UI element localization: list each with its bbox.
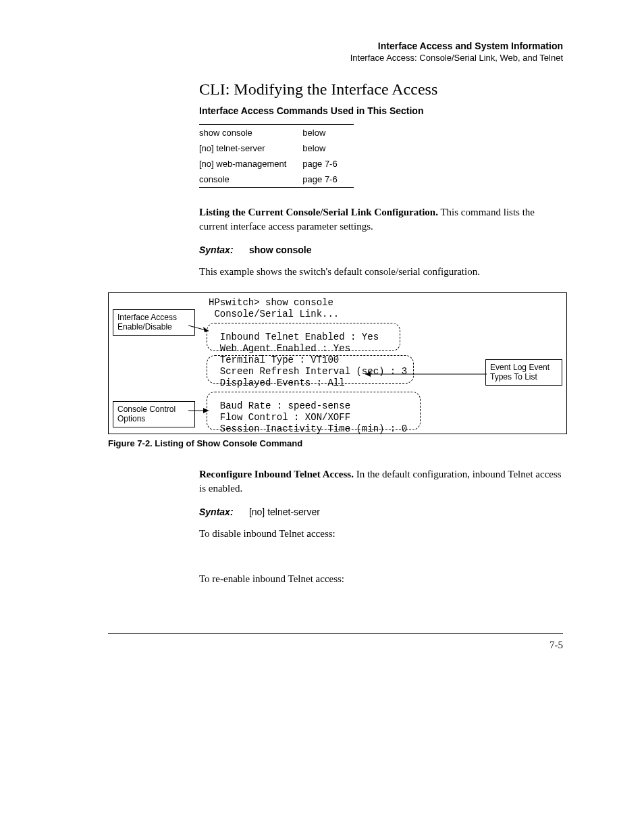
page-header: Interface Access and System Information … [108,41,563,63]
page-content: Interface Access and System Information … [0,0,644,692]
console-line: Inbound Telnet Enabled : Yes [209,332,379,342]
console-line: HPswitch> show console [209,297,333,308]
ref-cell: below [302,140,353,156]
command-table: show console below [no] telnet-server be… [199,124,354,188]
page-number: 7-5 [108,640,563,651]
table-row: show console below [199,125,354,141]
cmd-cell: [no] web-management [199,156,302,172]
ref-cell: page 7-6 [302,156,353,172]
console-line: Console/Serial Link... [209,309,339,319]
callout-interface-access: Interface Access Enable/Disable [113,309,195,336]
ref-cell: page 7-6 [302,172,353,188]
paragraph: To disable inbound Telnet access: [199,527,563,541]
table-row: [no] web-management page 7-6 [199,156,354,172]
cmd-cell: [no] telnet-server [199,140,302,156]
console-line: Web Agent Enabled : Yes [209,343,350,354]
syntax-line: Syntax: show console [199,244,563,255]
figure-caption: Figure 7-2. Listing of Show Console Comm… [108,438,563,448]
header-subtitle: Interface Access: Console/Serial Link, W… [108,53,563,63]
console-line: Terminal Type : VT100 [209,355,339,365]
para-lead: Listing the Current Console/Serial Link … [199,207,438,217]
syntax-cmd: show console [249,244,312,255]
syntax-label: Syntax: [199,506,246,517]
console-output: HPswitch> show console Console/Serial Li… [209,297,407,435]
ref-cell: below [302,125,353,141]
subsection-title: Interface Access Commands Used in This S… [108,105,563,116]
callout-console-control: Console Control Options [113,401,195,427]
console-line: Displayed Events : All [209,377,345,388]
syntax-line: Syntax: [no] telnet-server [199,506,563,517]
callout-event-log: Event Log Event Types To List [485,359,562,386]
table-row: console page 7-6 [199,172,354,188]
footer-rule [108,633,563,634]
cmd-cell: show console [199,125,302,141]
syntax-cmd: [no] telnet-server [249,506,320,517]
console-line: Baud Rate : speed-sense [209,400,350,411]
console-line: Session Inactivity Time (min) : 0 [209,423,407,434]
table-row: [no] telnet-server below [199,140,354,156]
paragraph: Listing the Current Console/Serial Link … [199,205,563,234]
figure-box: Interface Access Enable/Disable Console … [108,292,567,434]
header-title: Interface Access and System Information [108,41,563,51]
section-title: CLI: Modifying the Interface Access [108,80,563,99]
paragraph: To re-enable inbound Telnet access: [199,572,563,586]
paragraph: Reconfigure Inbound Telnet Access. In th… [199,467,563,496]
console-line: Flow Control : XON/XOFF [209,412,350,423]
syntax-label: Syntax: [199,244,246,255]
paragraph: This example shows the switch's default … [199,265,563,279]
console-line: Screen Refresh Interval (sec) : 3 [209,366,407,377]
para-lead: Reconfigure Inbound Telnet Access. [199,469,354,479]
cmd-cell: console [199,172,302,188]
